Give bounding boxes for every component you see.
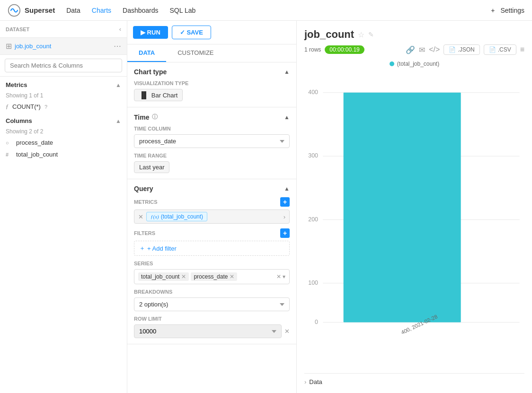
metrics-tag-value: (total_job_count) (161, 213, 203, 220)
csv-button[interactable]: 📄 .CSV (484, 44, 516, 55)
series-tag-1: total_job_count ✕ (138, 272, 189, 281)
tab-customize[interactable]: CUSTOMIZE (166, 44, 225, 62)
metrics-section-header: Metrics ▲ (0, 77, 127, 90)
legend-label: (total_job_count) (397, 61, 439, 67)
edit-icon[interactable]: ✎ (368, 31, 374, 38)
metrics-title: Metrics (6, 81, 27, 88)
function-tag-icon: ƒ(x) (151, 214, 159, 219)
data-section-label: Data (309, 378, 322, 385)
series-label: SERIES (134, 261, 290, 266)
filters-label: FILTERS (134, 230, 155, 236)
nav-dashboards[interactable]: Dashboards (123, 5, 159, 16)
time-badge: 00:00:00.19 (325, 45, 364, 54)
search-input[interactable] (5, 59, 122, 72)
collapse-left-icon[interactable]: ‹ (119, 26, 121, 33)
tab-data[interactable]: DATA (127, 44, 166, 62)
chart-meta-row: 1 rows 00:00:00.19 🔗 ✉ </> 📄 .JSON 📄 .CS… (304, 44, 524, 55)
nav-charts[interactable]: Charts (92, 5, 111, 16)
svg-text:300: 300 (308, 152, 318, 159)
col-type-hash: # (6, 152, 12, 157)
time-column-label: TIME COLUMN (134, 126, 290, 131)
more-icon[interactable]: ⋯ (114, 42, 121, 51)
search-box (0, 55, 127, 77)
time-range-badge[interactable]: Last year (134, 161, 169, 173)
action-icons: 🔗 ✉ </> 📄 .JSON 📄 .CSV ≡ (406, 44, 524, 55)
dataset-label: Dataset (6, 26, 29, 32)
breakdowns-select[interactable]: 2 option(s) (134, 297, 290, 311)
metrics-add-button[interactable]: + (280, 197, 290, 207)
csv-icon: 📄 (489, 46, 496, 53)
query-title: Query (134, 185, 153, 192)
col-type-circle: ○ (6, 140, 12, 146)
metrics-collapse-icon[interactable]: ▲ (115, 82, 121, 88)
row-limit-clear-icon[interactable]: ✕ (284, 328, 290, 335)
series-tag-2-remove[interactable]: ✕ (230, 273, 234, 280)
dataset-row[interactable]: ⊞ job.job_count ⋯ (0, 38, 127, 55)
info-icon[interactable]: ? (44, 104, 47, 110)
chart-type-collapse-icon[interactable]: ▲ (284, 69, 290, 75)
run-button[interactable]: ▶ RUN (133, 26, 168, 39)
row-limit-select[interactable]: 10000 (134, 324, 282, 338)
col-name-process-date: process_date (16, 139, 53, 146)
settings-button[interactable]: Settings (500, 7, 524, 14)
svg-rect-11 (344, 93, 461, 323)
save-button[interactable]: ✓ SAVE (172, 26, 211, 39)
mail-icon[interactable]: ✉ (419, 45, 425, 54)
series-select[interactable]: total_job_count ✕ process_date ✕ ✕ ▾ (134, 269, 290, 284)
chart-type-header[interactable]: Chart type ▲ (134, 68, 290, 76)
menu-icon[interactable]: ≡ (520, 45, 524, 54)
viz-type-badge[interactable]: ▐▌ Bar Chart (134, 89, 183, 101)
link-icon[interactable]: 🔗 (406, 45, 415, 54)
topnav-right: + Settings (491, 7, 524, 14)
col-item-process-date[interactable]: ○ process_date (0, 137, 127, 148)
middle-scroll: Chart type ▲ VISUALIZATION TYPE ▐▌ Bar C… (127, 62, 296, 393)
metric-name: COUNT(*) (12, 103, 41, 110)
middle-panel: ▶ RUN ✓ SAVE DATA CUSTOMIZE Chart type ▲… (127, 21, 297, 393)
add-filter-box[interactable]: ＋ + Add filter (134, 241, 290, 256)
data-chevron-icon: › (304, 378, 306, 385)
topnav: Superset Data Charts Dashboards SQL Lab … (0, 0, 532, 21)
series-clear-icon[interactable]: ✕ ▾ (276, 273, 285, 280)
time-header[interactable]: Time ⓘ ▲ (134, 113, 290, 121)
nav-data[interactable]: Data (66, 5, 80, 16)
columns-section-header: Columns ▲ (0, 113, 127, 126)
rows-badge: 1 rows (304, 46, 321, 53)
tab-bar: DATA CUSTOMIZE (127, 44, 296, 62)
svg-text:200: 200 (308, 216, 318, 223)
json-button[interactable]: 📄 .JSON (443, 44, 479, 55)
metrics-chevron-icon[interactable]: › (284, 213, 285, 220)
metric-item[interactable]: ƒ COUNT(*) ? (0, 101, 127, 113)
star-icon[interactable]: ☆ (358, 30, 364, 39)
svg-text:100: 100 (308, 279, 318, 286)
time-title: Time ⓘ (134, 113, 158, 121)
columns-title: Columns (6, 117, 32, 124)
columns-collapse-icon[interactable]: ▲ (115, 118, 121, 124)
chart-area: 400 300 200 100 0 400, 2021-02-28 (304, 70, 524, 369)
logo-icon (8, 4, 21, 17)
code-icon[interactable]: </> (429, 45, 440, 54)
chart-svg: 400 300 200 100 0 400, 2021-02-28 (304, 70, 524, 369)
col-item-total-job-count[interactable]: # total_job_count (0, 148, 127, 160)
data-section[interactable]: › Data (304, 373, 524, 385)
main-layout: Dataset ‹ ⊞ job.job_count ⋯ Metrics ▲ Sh… (0, 21, 532, 393)
time-collapse-icon[interactable]: ▲ (284, 114, 290, 121)
logo-text: Superset (25, 6, 55, 14)
nav-sqllab[interactable]: SQL Lab (170, 5, 196, 16)
metrics-remove-icon[interactable]: ✕ (138, 213, 143, 220)
time-column-select[interactable]: process_date (134, 134, 290, 148)
query-header[interactable]: Query ▲ (134, 185, 290, 192)
series-tag-1-remove[interactable]: ✕ (181, 273, 186, 280)
plus-button[interactable]: + (491, 7, 495, 14)
svg-text:0: 0 (315, 319, 318, 325)
series-tag-1-name: total_job_count (141, 273, 179, 280)
grid-icon: ⊞ (6, 42, 12, 51)
logo[interactable]: Superset (8, 4, 55, 17)
metrics-label: METRICS (134, 199, 158, 205)
bar-chart-icon: ▐▌ (139, 91, 149, 99)
time-section: Time ⓘ ▲ TIME COLUMN process_date TIME R… (127, 107, 296, 179)
filters-add-button[interactable]: + (280, 228, 290, 238)
time-info-icon[interactable]: ⓘ (152, 113, 158, 121)
query-collapse-icon[interactable]: ▲ (284, 185, 290, 192)
json-label: .JSON (458, 46, 474, 53)
series-tag-2-name: process_date (194, 273, 228, 280)
